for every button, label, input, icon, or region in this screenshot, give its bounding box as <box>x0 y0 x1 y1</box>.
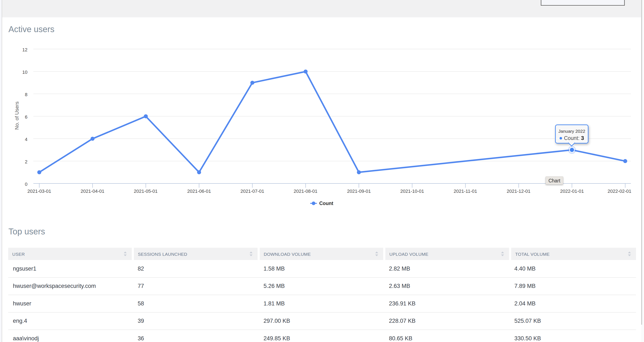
svg-text:2021-05-01: 2021-05-01 <box>134 189 158 194</box>
svg-text:2021-07-01: 2021-07-01 <box>240 189 264 194</box>
svg-text:2021-12-01: 2021-12-01 <box>507 189 530 194</box>
svg-text:No. of Users: No. of Users <box>14 102 20 130</box>
svg-text:2021-04-01: 2021-04-01 <box>81 189 104 194</box>
svg-text:0: 0 <box>25 182 28 187</box>
svg-text:2021-09-01: 2021-09-01 <box>347 189 371 194</box>
svg-text:6: 6 <box>25 114 28 120</box>
svg-text:12: 12 <box>22 47 28 53</box>
svg-text:8: 8 <box>25 92 28 97</box>
svg-text:2: 2 <box>25 159 28 164</box>
svg-text:2021-08-01: 2021-08-01 <box>294 189 318 194</box>
svg-text:2022-02-01: 2022-02-01 <box>608 189 631 194</box>
svg-text:Count: Count <box>319 201 334 206</box>
svg-text:2021-11-01: 2021-11-01 <box>454 189 477 194</box>
svg-text:2021-10-01: 2021-10-01 <box>400 189 424 194</box>
svg-text:2021-06-01: 2021-06-01 <box>187 189 211 194</box>
svg-text:10: 10 <box>22 70 28 75</box>
svg-text:2021-03-01: 2021-03-01 <box>28 189 51 194</box>
svg-text:4: 4 <box>25 137 28 142</box>
svg-text:2022-01-01: 2022-01-01 <box>560 189 584 194</box>
